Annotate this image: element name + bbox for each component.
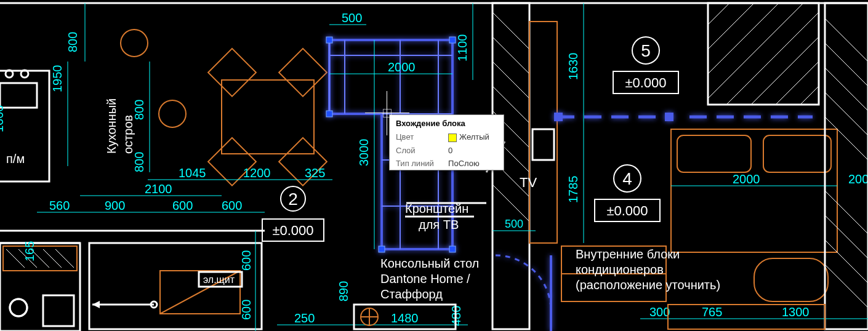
svg-rect-2 — [0, 83, 37, 108]
bed-right — [671, 129, 837, 301]
dim-1785: 1785 — [566, 117, 584, 243]
svg-line-122 — [726, 12, 819, 105]
dining-set — [208, 49, 327, 186]
pm-label: п/м — [6, 152, 25, 166]
svg-text:600: 600 — [239, 250, 253, 271]
bracket-line1: Кронштейн — [405, 202, 468, 215]
svg-rect-110 — [671, 129, 837, 252]
svg-line-124 — [776, 62, 819, 105]
svg-rect-103 — [554, 113, 563, 121]
svg-line-88 — [492, 12, 529, 49]
svg-rect-18 — [279, 49, 327, 97]
svg-text:560: 560 — [49, 199, 70, 212]
dim-2100: 2100 — [80, 182, 222, 196]
dim-1630: 1630 — [566, 3, 584, 117]
svg-point-15 — [159, 100, 186, 127]
dim-1100-right: 1100 — [456, 3, 473, 80]
svg-text:325: 325 — [305, 166, 325, 180]
dim-1950: 1950 — [50, 62, 68, 166]
room-5-number: 5 — [641, 41, 651, 60]
svg-rect-65 — [379, 246, 385, 252]
tooltip-ltype-label: Тип линий — [390, 157, 442, 170]
svg-rect-34 — [0, 243, 80, 331]
svg-line-128 — [825, 43, 868, 86]
console-line3: Стаффорд — [380, 287, 443, 301]
svg-text:1630: 1630 — [566, 53, 580, 81]
svg-line-123 — [751, 37, 819, 105]
dim-165: 165 — [23, 241, 36, 261]
svg-text:2000: 2000 — [733, 172, 760, 186]
svg-text:1045: 1045 — [179, 166, 206, 180]
svg-text:300: 300 — [649, 305, 670, 319]
entity-rollover-tooltip: Вхождение блока Цвет Желтый Слой 0 Тип л… — [389, 114, 504, 170]
svg-text:800: 800 — [66, 32, 79, 52]
dim-800b: 800 — [132, 62, 150, 120]
svg-rect-17 — [208, 49, 256, 97]
svg-rect-113 — [754, 258, 828, 301]
tooltip-color-value: Желтый — [442, 130, 504, 144]
dim-2000-bed: 2000 200 — [671, 172, 868, 186]
stools — [121, 30, 186, 127]
console-line1: Консольный стол — [380, 257, 479, 270]
room-2-number: 2 — [288, 189, 298, 209]
dim-500-top: 500 — [329, 11, 366, 25]
svg-text:250: 250 — [294, 311, 315, 325]
svg-line-135 — [825, 265, 868, 308]
svg-point-14 — [121, 30, 148, 57]
svg-point-42 — [10, 299, 27, 316]
svg-text:1200: 1200 — [243, 166, 271, 180]
ac-line3: (расположение уточнить) — [576, 278, 720, 292]
svg-line-127 — [825, 18, 868, 62]
svg-text:1100: 1100 — [456, 34, 469, 62]
tooltip-title: Вхождение блока — [390, 115, 504, 130]
svg-text:600: 600 — [239, 300, 253, 320]
tooltip-ltype-value: ПоСлою — [442, 157, 504, 170]
svg-line-121 — [708, 3, 803, 98]
svg-rect-63 — [449, 37, 456, 43]
svg-line-89 — [492, 37, 529, 74]
ac-line2: кондиционеров — [576, 263, 664, 276]
svg-text:900: 900 — [105, 199, 125, 212]
right-top-shaft — [708, 3, 819, 105]
svg-rect-104 — [665, 113, 673, 121]
svg-rect-64 — [326, 111, 332, 117]
door-swing — [496, 255, 551, 331]
svg-text:1300: 1300 — [782, 305, 810, 319]
svg-rect-16 — [222, 80, 314, 154]
dim-800c: 800 — [132, 117, 150, 172]
svg-text:600: 600 — [222, 199, 242, 212]
svg-rect-97 — [532, 129, 554, 160]
room-4-number: 4 — [622, 169, 632, 188]
svg-text:1600: 1600 — [0, 105, 6, 133]
kitchen-island-label-2: остров — [121, 115, 135, 154]
svg-text:800: 800 — [132, 152, 146, 172]
room-2-level: ±0.000 — [272, 223, 313, 238]
partition-dashed — [554, 113, 813, 121]
svg-text:2000: 2000 — [388, 60, 416, 74]
svg-text:1480: 1480 — [391, 311, 419, 325]
svg-text:500: 500 — [342, 11, 362, 25]
svg-line-129 — [825, 68, 868, 111]
tooltip-layer-label: Слой — [390, 144, 442, 157]
dim-chain-bottom-right: 300 765 1300 — [640, 305, 868, 319]
elshit-label: эл.щит — [203, 274, 235, 285]
svg-line-125 — [800, 86, 819, 105]
svg-text:765: 765 — [702, 305, 722, 319]
bracket-line2: для ТВ — [419, 218, 459, 231]
tooltip-layer-value: 0 — [442, 144, 504, 157]
dim-chain-lower: 560 900 600 600 — [37, 199, 265, 212]
dim-3000-sofa: 3000 — [357, 40, 374, 249]
svg-text:500: 500 — [505, 218, 523, 230]
svg-line-39 — [43, 249, 62, 268]
svg-line-40 — [55, 249, 74, 268]
svg-line-132 — [825, 191, 868, 234]
tooltip-color-label: Цвет — [390, 130, 442, 144]
svg-line-95 — [492, 185, 529, 221]
kitchen-island-label-1: Кухонный — [105, 98, 118, 154]
crosshair-cursor-icon — [383, 109, 392, 118]
color-swatch-icon — [448, 134, 457, 142]
svg-rect-96 — [529, 22, 557, 243]
svg-marker-48 — [92, 301, 100, 308]
svg-line-119 — [708, 3, 754, 49]
svg-text:600: 600 — [172, 199, 193, 212]
